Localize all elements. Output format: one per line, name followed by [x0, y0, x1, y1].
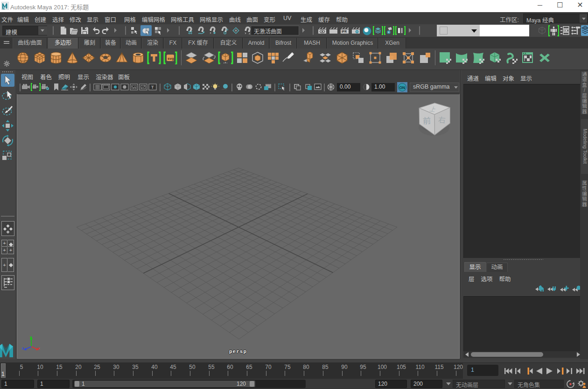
- svg-text:z: z: [22, 346, 24, 350]
- svg-text:y: y: [30, 335, 32, 339]
- svg-text:ON: ON: [399, 85, 406, 90]
- svg-text:前: 前: [423, 117, 431, 126]
- svg-text:svg: svg: [168, 56, 174, 61]
- svg-text:T: T: [151, 85, 154, 90]
- svg-text:x: x: [38, 346, 40, 350]
- svg-text:右: 右: [438, 116, 446, 124]
- svg-text:IPR: IPR: [342, 30, 347, 33]
